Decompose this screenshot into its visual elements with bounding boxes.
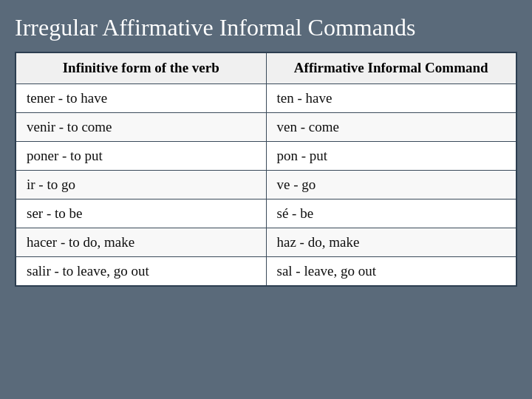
cell-command: ten - have xyxy=(266,84,516,113)
table-row: poner - to putpon - put xyxy=(16,142,516,171)
cell-infinitive: ser - to be xyxy=(16,200,266,228)
table-row: ir - to gove - go xyxy=(16,171,516,200)
table-row: tener - to haveten - have xyxy=(16,84,516,113)
cell-command: haz - do, make xyxy=(266,228,516,257)
cell-command: ve - go xyxy=(266,171,516,200)
cell-command: pon - put xyxy=(266,142,516,171)
cell-infinitive: ir - to go xyxy=(16,171,266,200)
table-row: hacer - to do, makehaz - do, make xyxy=(16,228,516,257)
cell-infinitive: poner - to put xyxy=(16,142,266,171)
cell-infinitive: hacer - to do, make xyxy=(16,228,266,257)
cell-infinitive: venir - to come xyxy=(16,113,266,142)
header-col2: Affirmative Informal Command xyxy=(266,52,516,83)
cell-infinitive: tener - to have xyxy=(16,84,266,113)
page-title: Irregular Affirmative Informal Commands xyxy=(15,13,517,41)
header-col1: Infinitive form of the verb xyxy=(16,52,266,83)
table-row: salir - to leave, go outsal - leave, go … xyxy=(16,257,516,287)
cell-infinitive: salir - to leave, go out xyxy=(16,257,266,287)
cell-command: sal - leave, go out xyxy=(266,257,516,287)
table-row: ser - to besé - be xyxy=(16,200,516,228)
cell-command: sé - be xyxy=(266,200,516,228)
cell-command: ven - come xyxy=(266,113,516,142)
table-row: venir - to comeven - come xyxy=(16,113,516,142)
page-container: Irregular Affirmative Informal Commands … xyxy=(0,0,532,399)
main-table: Infinitive form of the verb Affirmative … xyxy=(15,52,517,287)
